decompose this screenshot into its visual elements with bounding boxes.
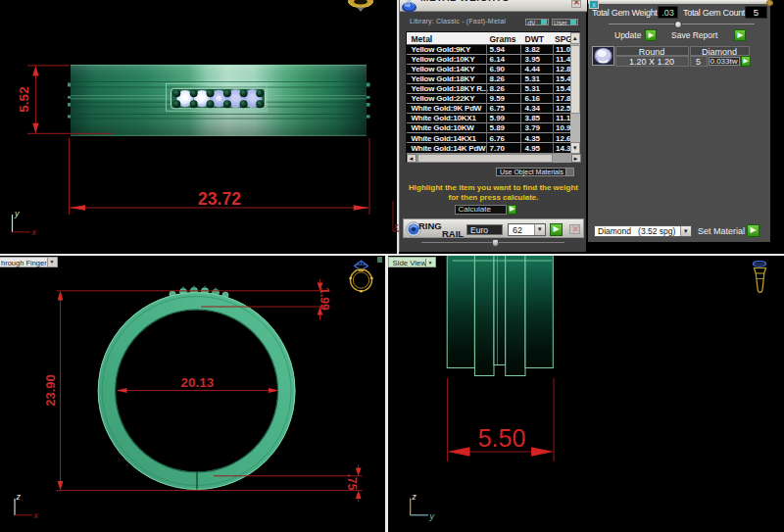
svg-text:.75: .75 bbox=[345, 474, 359, 491]
svg-text:20.13: 20.13 bbox=[181, 375, 215, 390]
svg-text:x: x bbox=[31, 227, 37, 237]
svg-text:23.90: 23.90 bbox=[43, 374, 58, 407]
svg-text:y: y bbox=[429, 511, 435, 521]
svg-text:23.72: 23.72 bbox=[198, 189, 241, 209]
svg-text:5.52: 5.52 bbox=[17, 86, 31, 112]
svg-text:z: z bbox=[16, 492, 22, 502]
svg-text:5.50: 5.50 bbox=[478, 424, 526, 452]
svg-text:x: x bbox=[33, 510, 39, 520]
svg-text:1.99: 1.99 bbox=[318, 287, 331, 311]
svg-text:z: z bbox=[412, 492, 417, 502]
svg-text:y: y bbox=[14, 209, 20, 218]
